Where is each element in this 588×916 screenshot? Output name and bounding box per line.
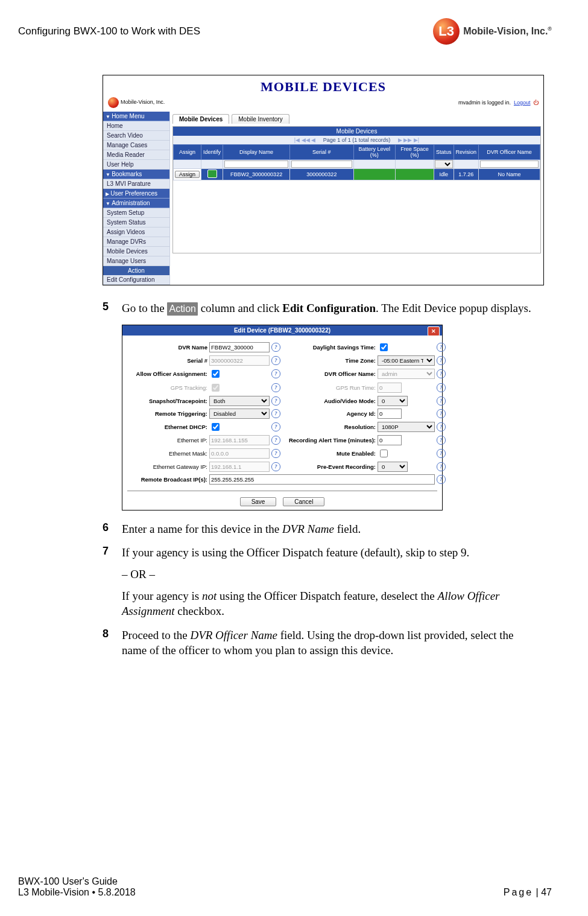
sidebar-item[interactable]: Assign Videos xyxy=(103,227,169,237)
help-icon[interactable]: ? xyxy=(437,436,446,445)
sidebar-item[interactable]: Mobile Devices xyxy=(103,247,169,256)
cell-battery xyxy=(353,169,396,180)
sidebar-item[interactable]: L3 MVI Parature xyxy=(103,179,169,189)
edit-device-dialog: Edit Device (FBBW2_3000000322) ✕ DVR Nam… xyxy=(122,325,443,510)
filter-row xyxy=(174,160,540,169)
help-icon[interactable]: ? xyxy=(437,369,446,378)
sidebar-item[interactable]: User Help xyxy=(103,160,169,170)
col-status: Status xyxy=(434,145,454,160)
label-mute: Mute Enabled: xyxy=(282,450,376,457)
tab-mobile-inventory[interactable]: Mobile Inventory xyxy=(232,114,289,124)
identify-icon[interactable] xyxy=(207,170,217,178)
label-tz: Time Zone: xyxy=(282,357,376,364)
close-icon[interactable]: ✕ xyxy=(428,326,440,336)
eth-gw-field xyxy=(209,462,270,472)
sidebar-item-edit-configuration[interactable]: Edit Configuration xyxy=(103,275,169,285)
filter-serial[interactable] xyxy=(291,161,352,168)
cancel-button[interactable]: Cancel xyxy=(283,497,324,506)
rec-alert-field[interactable] xyxy=(378,435,402,445)
step-5: 5 Go to the Action column and click Edit… xyxy=(103,301,540,316)
filter-status[interactable] xyxy=(435,160,453,168)
help-icon[interactable]: ? xyxy=(271,436,280,445)
logout-icon[interactable]: ⏻ xyxy=(533,100,539,106)
l3-mini-logo-icon xyxy=(108,97,119,108)
sidebar-item[interactable]: Home xyxy=(103,121,169,131)
cell-serial: 3000000322 xyxy=(290,169,353,180)
help-icon[interactable]: ? xyxy=(271,343,280,352)
help-icon[interactable]: ? xyxy=(437,356,446,365)
help-icon[interactable]: ? xyxy=(437,343,446,352)
help-icon[interactable]: ? xyxy=(271,356,280,365)
assign-button[interactable]: Assign xyxy=(175,171,200,178)
label-snapshot: Snapshot/Tracepoint: xyxy=(126,398,207,404)
help-icon[interactable]: ? xyxy=(437,409,446,418)
table-row[interactable]: Assign FBBW2_3000000322 3000000322 Idle … xyxy=(174,169,540,180)
sidebar-item[interactable]: System Setup xyxy=(103,208,169,218)
help-icon[interactable]: ? xyxy=(437,462,446,471)
label-gps-tracking: GPS Tracking: xyxy=(126,384,207,391)
cell-officer: No Name xyxy=(479,169,540,180)
logout-link[interactable]: Logout xyxy=(514,100,531,106)
col-free-space: Free Space (%) xyxy=(396,145,434,160)
pre-event-select[interactable]: 0 xyxy=(378,462,408,472)
help-icon[interactable]: ? xyxy=(271,396,280,406)
help-icon[interactable]: ? xyxy=(271,369,280,378)
help-icon[interactable]: ? xyxy=(271,409,280,418)
sidebar-section-home[interactable]: Home Menu xyxy=(103,112,169,121)
help-icon[interactable]: ? xyxy=(271,449,280,458)
help-icon[interactable]: ? xyxy=(437,383,446,392)
l3-logo-icon: L3 xyxy=(433,18,460,45)
agency-field[interactable] xyxy=(378,409,402,419)
label-remote-trig: Remote Triggering: xyxy=(126,410,207,417)
app-title: MOBILE DEVICES xyxy=(103,75,543,96)
cell-display-name: FBBW2_3000000322 xyxy=(223,169,290,180)
av-mode-select[interactable]: 0 xyxy=(378,396,408,406)
col-assign: Assign xyxy=(174,145,201,160)
sidebar-section-userprefs[interactable]: User Preferences xyxy=(103,189,169,199)
pager: |◀ ◀◀ ◀ Page 1 of 1 (1 total records) ▶ … xyxy=(173,136,540,144)
eth-dhcp-checkbox[interactable] xyxy=(212,423,220,431)
dst-checkbox[interactable] xyxy=(380,343,388,351)
cell-revision: 1.7.26 xyxy=(454,169,479,180)
help-icon[interactable]: ? xyxy=(437,449,446,458)
help-icon[interactable]: ? xyxy=(271,462,280,471)
filter-officer[interactable] xyxy=(480,161,539,168)
resolution-select[interactable]: 1080P xyxy=(378,422,435,432)
remote-trig-select[interactable]: Disabled xyxy=(209,409,270,419)
help-icon[interactable]: ? xyxy=(437,422,446,431)
sidebar-item[interactable]: Media Reader xyxy=(103,150,169,160)
broadcast-field[interactable] xyxy=(209,474,435,485)
help-icon[interactable]: ? xyxy=(271,422,280,431)
timezone-select[interactable]: -05:00 Eastern Time xyxy=(378,355,435,366)
label-resolution: Resolution: xyxy=(282,424,376,430)
sidebar-item[interactable]: Manage Cases xyxy=(103,141,169,150)
sidebar-section-admin[interactable]: Administration xyxy=(103,199,169,208)
sidebar-item[interactable]: Search Video xyxy=(103,131,169,141)
sidebar-section-bookmarks[interactable]: Bookmarks xyxy=(103,170,169,179)
help-icon[interactable]: ? xyxy=(271,383,280,392)
brand-text: Mobile-Vision, Inc.® xyxy=(463,26,552,37)
tab-mobile-devices[interactable]: Mobile Devices xyxy=(172,114,229,124)
col-battery: Battery Level (%) xyxy=(353,145,396,160)
help-icon[interactable]: ? xyxy=(437,396,446,406)
panel-title: Mobile Devices xyxy=(173,127,540,136)
sidebar-item[interactable]: Manage Users xyxy=(103,256,169,266)
dvr-name-field[interactable] xyxy=(209,342,270,352)
mute-checkbox[interactable] xyxy=(380,450,388,457)
dvr-officer-select[interactable]: admin xyxy=(378,369,435,379)
save-button[interactable]: Save xyxy=(240,497,277,506)
label-pre-event: Pre-Event Recording: xyxy=(282,463,376,470)
snapshot-select[interactable]: Both xyxy=(209,396,270,406)
filter-display-name[interactable] xyxy=(224,161,289,168)
devices-table: Assign Identify Display Name Serial # Ba… xyxy=(173,144,540,180)
allow-officer-checkbox[interactable] xyxy=(212,370,220,378)
gps-run-field xyxy=(378,383,402,393)
mobile-devices-screenshot: MOBILE DEVICES Mobile-Vision, Inc. mvadm… xyxy=(103,75,544,285)
sidebar-item[interactable]: System Status xyxy=(103,218,169,227)
brand-logo: L3 Mobile-Vision, Inc.® xyxy=(433,18,552,45)
sidebar-item[interactable]: Manage DVRs xyxy=(103,237,169,247)
help-icon[interactable]: ? xyxy=(437,475,446,484)
label-agency: Agency Id: xyxy=(282,410,376,417)
label-allow-officer: Allow Officer Assignment: xyxy=(126,371,207,377)
label-dst: Daylight Savings Time: xyxy=(282,344,376,351)
